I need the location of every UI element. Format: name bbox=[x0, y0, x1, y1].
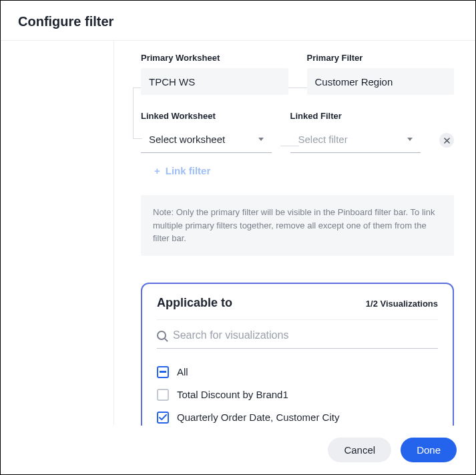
visualization-list: All Total Discount by Brand1 Quarterly O… bbox=[157, 349, 438, 426]
primary-filter-field: Primary Filter Customer Region bbox=[307, 53, 455, 95]
search-icon bbox=[157, 331, 166, 340]
modal-sidebar bbox=[1, 41, 114, 426]
list-item: Total Discount by Brand1 bbox=[157, 383, 438, 406]
remove-linked-filter-button[interactable] bbox=[439, 133, 454, 148]
plus-icon: + bbox=[154, 165, 160, 176]
primary-worksheet-field: Primary Worksheet TPCH WS bbox=[141, 53, 288, 95]
field-label: Linked Filter bbox=[290, 111, 421, 121]
checkbox[interactable] bbox=[157, 412, 169, 424]
note-box: Note: Only the primary filter will be vi… bbox=[141, 195, 454, 256]
cancel-button[interactable]: Cancel bbox=[328, 438, 391, 462]
list-item-label: Total Discount by Brand1 bbox=[177, 389, 288, 400]
linked-filter-field: Linked Filter Select filter bbox=[290, 111, 421, 153]
linked-worksheet-field: Linked Worksheet Select worksheet bbox=[141, 111, 272, 153]
checkbox-all[interactable] bbox=[157, 366, 169, 378]
link-filter-button[interactable]: + Link filter bbox=[146, 161, 218, 180]
select-value: Select worksheet bbox=[149, 134, 225, 145]
chevron-down-icon bbox=[407, 138, 413, 141]
connector-line bbox=[133, 88, 134, 138]
modal-title: Configure filter bbox=[18, 14, 458, 29]
applicable-title: Applicable to bbox=[157, 296, 232, 310]
select-placeholder: Select filter bbox=[298, 134, 348, 145]
primary-worksheet-value: TPCH WS bbox=[141, 68, 288, 95]
applicable-count: 1/2 Visualizations bbox=[366, 299, 438, 309]
modal-content: Primary Worksheet TPCH WS Primary Filter… bbox=[114, 41, 475, 426]
applicable-to-panel: Applicable to 1/2 Visualizations All bbox=[141, 283, 454, 426]
link-filter-label: Link filter bbox=[166, 165, 211, 176]
modal-header: Configure filter bbox=[1, 1, 475, 41]
applicable-header: Applicable to 1/2 Visualizations bbox=[157, 296, 438, 320]
field-label: Primary Filter bbox=[307, 53, 455, 63]
list-item-label: Quarterly Order Date, Customer City bbox=[177, 412, 339, 423]
list-item: All bbox=[157, 361, 438, 383]
connector-line bbox=[288, 88, 307, 88]
chevron-down-icon bbox=[258, 138, 264, 141]
field-label: Linked Worksheet bbox=[141, 111, 272, 121]
modal-footer: Cancel Done bbox=[1, 426, 475, 474]
modal-body: Primary Worksheet TPCH WS Primary Filter… bbox=[1, 41, 475, 426]
close-icon bbox=[444, 138, 450, 144]
done-button[interactable]: Done bbox=[401, 438, 457, 462]
linked-worksheet-select[interactable]: Select worksheet bbox=[141, 126, 272, 153]
connector-line bbox=[280, 146, 299, 146]
list-item: Quarterly Order Date, Customer City bbox=[157, 406, 438, 426]
field-label: Primary Worksheet bbox=[141, 53, 288, 63]
checkbox[interactable] bbox=[157, 389, 169, 401]
list-item-label: All bbox=[177, 366, 188, 377]
configure-filter-modal: Configure filter Primary Worksheet TPCH … bbox=[0, 0, 476, 475]
search-input[interactable] bbox=[173, 329, 438, 341]
primary-filter-value: Customer Region bbox=[307, 68, 455, 95]
visualization-search[interactable] bbox=[157, 320, 438, 349]
linked-filter-select[interactable]: Select filter bbox=[290, 126, 421, 153]
